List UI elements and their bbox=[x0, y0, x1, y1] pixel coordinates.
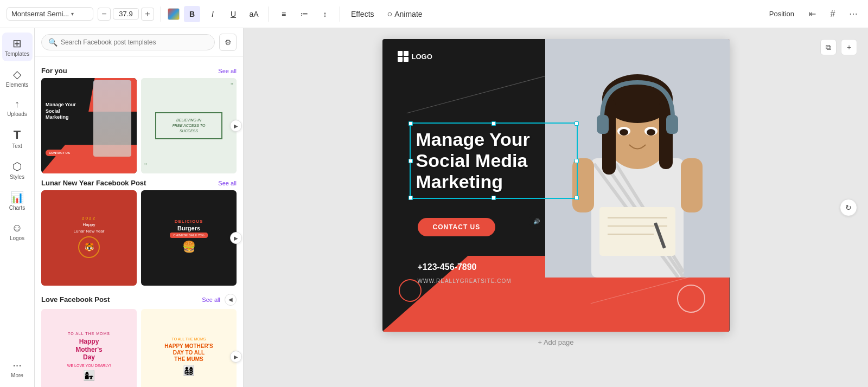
svg-rect-0 bbox=[398, 51, 403, 56]
more-icon: ··· bbox=[12, 359, 22, 371]
see-all-love[interactable]: See all bbox=[202, 296, 220, 303]
canvas-logo: LOGO bbox=[398, 51, 432, 62]
search-input[interactable] bbox=[61, 38, 208, 46]
template-card-burger[interactable]: DELICIOUS Burgers CHINESE SALE 70% 🍔 bbox=[141, 190, 237, 286]
font-family-selector[interactable]: Montserrat Semi... ▾ bbox=[7, 7, 93, 21]
selection-handle-tl[interactable] bbox=[409, 121, 413, 126]
italic-button[interactable]: I bbox=[205, 6, 221, 22]
canvas-rotate-button[interactable]: ↻ bbox=[840, 199, 857, 216]
underline-button[interactable]: U bbox=[225, 6, 241, 22]
position-button[interactable]: Position bbox=[764, 8, 800, 20]
color-picker-swatch[interactable] bbox=[168, 8, 180, 20]
selection-handle-ml[interactable] bbox=[409, 159, 413, 163]
canvas-headline[interactable]: Manage Your Social Media Marketing bbox=[416, 129, 571, 192]
font-size-increase[interactable]: + bbox=[141, 8, 154, 21]
sidebar-item-logos[interactable]: ☺ Logos bbox=[2, 217, 33, 246]
see-all-lunar[interactable]: See all bbox=[218, 180, 237, 186]
sidebar-item-more[interactable]: ··· More bbox=[2, 354, 33, 383]
templates-panel: 🔍 ⚙ For you See all bbox=[35, 28, 244, 387]
section-title-love: Love Facebook Post bbox=[41, 295, 110, 304]
add-page-label: + Add page bbox=[538, 338, 573, 346]
svg-rect-2 bbox=[398, 57, 403, 62]
duplicate-canvas-button[interactable]: ⧉ bbox=[820, 39, 837, 55]
selection-handle-tr[interactable] bbox=[575, 121, 579, 126]
canvas-url: WWW.REALLYGREATSITE.COM bbox=[418, 278, 512, 284]
contact-icon-symbol: 🔊 bbox=[533, 218, 540, 224]
template-card-happy-mothers-1[interactable]: TO ALL THE MOMS HappyMother'sDay WE LOVE… bbox=[41, 309, 137, 387]
scroll-arrow-lunar[interactable]: ▶ bbox=[230, 232, 242, 244]
animate-button[interactable]: ○ Animate bbox=[383, 7, 427, 21]
template-grid-lunar: 2022 HappyLunar New Year 🐯 DELICIOUS Bur… bbox=[41, 190, 237, 286]
more-icon-button[interactable]: ⋯ bbox=[845, 6, 861, 22]
phone-number: +123-456-7890 bbox=[418, 262, 477, 272]
divider-3 bbox=[340, 7, 340, 22]
section-title-for-you: For you bbox=[41, 67, 67, 75]
contact-icon: 🔊 bbox=[529, 214, 544, 229]
template-card-lunar-new-year[interactable]: 2022 HappyLunar New Year 🐯 bbox=[41, 190, 137, 286]
font-size-decrease[interactable]: − bbox=[98, 8, 111, 21]
design-canvas: LOGO bbox=[382, 39, 730, 332]
headline-line3: Marketing bbox=[416, 171, 503, 192]
logo-text: LOGO bbox=[412, 53, 432, 61]
spacing-button[interactable]: ↕ bbox=[317, 6, 333, 22]
add-page-bar[interactable]: + Add page bbox=[382, 332, 730, 353]
sidebar-item-label-elements: Elements bbox=[6, 82, 29, 88]
svg-rect-3 bbox=[404, 57, 409, 62]
sidebar-item-text[interactable]: T Text bbox=[2, 124, 33, 153]
sidebar-item-label-uploads: Uploads bbox=[7, 111, 27, 117]
sidebar-item-label-charts: Charts bbox=[9, 205, 25, 211]
sidebar-item-elements[interactable]: ◇ Elements bbox=[2, 63, 33, 92]
scroll-arrow-love[interactable]: ▶ bbox=[230, 351, 242, 363]
bold-button[interactable]: B bbox=[184, 6, 200, 22]
svg-rect-21 bbox=[681, 158, 703, 212]
section-header-lunar: Lunar New Year Facebook Post See all bbox=[41, 179, 237, 187]
template-card-social-marketing[interactable]: Manage YourSocialMarketing CONTACT US bbox=[41, 78, 137, 173]
canvas-top-actions: ⧉ + bbox=[820, 39, 857, 55]
selection-handle-br[interactable] bbox=[575, 196, 579, 200]
template-grid-love: TO ALL THE MOMS HappyMother'sDay WE LOVE… bbox=[41, 309, 237, 387]
selection-handle-bm[interactable] bbox=[492, 196, 496, 200]
grid-icon-button[interactable]: # bbox=[825, 6, 841, 22]
template-card-quote[interactable]: BELIEVING INFREE ACCESS TOSUCCESS " " bbox=[141, 78, 237, 173]
templates-icon: ⊞ bbox=[12, 37, 22, 50]
filter-button[interactable]: ⚙ bbox=[219, 34, 237, 51]
svg-rect-19 bbox=[666, 115, 678, 134]
contact-btn-label: CONTACT US bbox=[433, 223, 481, 231]
sidebar-item-label-text: Text bbox=[12, 143, 22, 149]
sidebar-item-charts[interactable]: 📊 Charts bbox=[2, 186, 33, 215]
search-input-wrap[interactable]: 🔍 bbox=[41, 34, 215, 50]
sidebar-item-label-templates: Templates bbox=[5, 51, 30, 57]
align-button[interactable]: ≡ bbox=[276, 6, 292, 22]
selection-handle-tm[interactable] bbox=[492, 121, 496, 126]
canvas-text-selection[interactable]: Manage Your Social Media Marketing bbox=[410, 122, 578, 199]
animate-label: Animate bbox=[394, 10, 422, 18]
main-layout: ⊞ Templates ◇ Elements ↑ Uploads T Text … bbox=[0, 28, 868, 387]
panel-scroll[interactable]: For you See all Manage YourSocialMarketi… bbox=[35, 57, 243, 387]
effects-button[interactable]: Effects bbox=[347, 8, 379, 21]
collapse-button-love[interactable]: ◀ bbox=[225, 294, 237, 306]
canvas-area[interactable]: ⧉ + bbox=[244, 28, 868, 387]
canvas-contact-button[interactable]: CONTACT US bbox=[418, 218, 496, 236]
headline-line1: Manage Your bbox=[416, 129, 530, 150]
template-card-happy-mothers-2[interactable]: TO ALL THE MOMS HAPPY MOTHER'SDAY TO ALL… bbox=[141, 309, 237, 387]
selection-handle-mr[interactable] bbox=[575, 159, 579, 163]
svg-point-16 bbox=[620, 129, 628, 136]
effects-label: Effects bbox=[351, 10, 374, 18]
share-icon-button[interactable]: ⇤ bbox=[804, 6, 820, 22]
sidebar-item-styles[interactable]: ⬡ Styles bbox=[2, 156, 33, 184]
filter-icon: ⚙ bbox=[225, 38, 232, 47]
sidebar-item-templates[interactable]: ⊞ Templates bbox=[2, 33, 33, 61]
selection-handle-bl[interactable] bbox=[409, 196, 413, 200]
add-canvas-button[interactable]: + bbox=[841, 39, 857, 55]
font-size-input[interactable] bbox=[113, 8, 139, 20]
search-bar: 🔍 ⚙ bbox=[35, 28, 243, 57]
charts-icon: 📊 bbox=[10, 191, 24, 204]
list-button[interactable]: ≔ bbox=[296, 6, 312, 22]
canvas-line-1 bbox=[406, 74, 553, 113]
template-grid-for-you: Manage YourSocialMarketing CONTACT US BE… bbox=[41, 78, 237, 173]
case-button[interactable]: aA bbox=[246, 6, 262, 22]
canvas-phone: +123-456-7890 bbox=[418, 262, 477, 272]
see-all-for-you[interactable]: See all bbox=[218, 68, 237, 74]
sidebar-item-uploads[interactable]: ↑ Uploads bbox=[2, 94, 33, 121]
scroll-arrow-for-you[interactable]: ▶ bbox=[230, 120, 242, 132]
